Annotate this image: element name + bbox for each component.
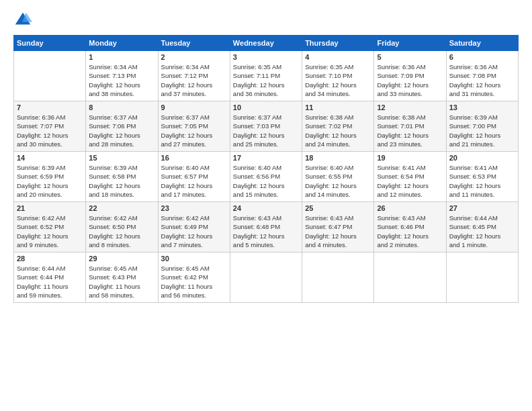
calendar-cell: 14Sunrise: 6:39 AM Sunset: 6:59 PM Dayli… xyxy=(14,152,86,202)
calendar-cell xyxy=(374,253,446,303)
calendar-cell: 8Sunrise: 6:37 AM Sunset: 7:06 PM Daylig… xyxy=(86,101,158,152)
day-number: 21 xyxy=(17,204,83,212)
calendar-cell xyxy=(230,253,302,303)
day-number: 15 xyxy=(89,154,154,162)
calendar-table: SundayMondayTuesdayWednesdayThursdayFrid… xyxy=(13,35,519,303)
day-number: 19 xyxy=(377,154,443,162)
calendar-cell: 23Sunrise: 6:42 AM Sunset: 6:49 PM Dayli… xyxy=(158,202,230,253)
calendar-cell: 11Sunrise: 6:38 AM Sunset: 7:02 PM Dayli… xyxy=(302,101,374,152)
calendar-cell: 29Sunrise: 6:45 AM Sunset: 6:43 PM Dayli… xyxy=(86,253,158,303)
day-number: 13 xyxy=(449,103,515,111)
calendar-cell: 19Sunrise: 6:41 AM Sunset: 6:54 PM Dayli… xyxy=(374,152,446,202)
day-info: Sunrise: 6:36 AM Sunset: 7:09 PM Dayligh… xyxy=(377,62,443,98)
day-info: Sunrise: 6:39 AM Sunset: 6:58 PM Dayligh… xyxy=(89,163,154,199)
calendar-cell: 27Sunrise: 6:44 AM Sunset: 6:45 PM Dayli… xyxy=(446,202,518,253)
calendar-cell: 13Sunrise: 6:39 AM Sunset: 7:00 PM Dayli… xyxy=(446,101,518,152)
day-number: 8 xyxy=(89,103,154,111)
day-info: Sunrise: 6:42 AM Sunset: 6:52 PM Dayligh… xyxy=(17,214,83,249)
header-tuesday: Tuesday xyxy=(158,36,230,51)
page: SundayMondayTuesdayWednesdayThursdayFrid… xyxy=(0,0,532,411)
calendar-cell: 10Sunrise: 6:37 AM Sunset: 7:03 PM Dayli… xyxy=(230,101,302,152)
calendar-cell xyxy=(14,51,86,101)
day-info: Sunrise: 6:34 AM Sunset: 7:12 PM Dayligh… xyxy=(161,62,227,98)
day-info: Sunrise: 6:35 AM Sunset: 7:11 PM Dayligh… xyxy=(233,62,299,98)
week-row-5: 28Sunrise: 6:44 AM Sunset: 6:44 PM Dayli… xyxy=(14,253,519,303)
calendar-cell: 9Sunrise: 6:37 AM Sunset: 7:05 PM Daylig… xyxy=(158,101,230,152)
day-number: 14 xyxy=(17,154,83,162)
day-number: 22 xyxy=(89,204,154,212)
calendar-cell: 6Sunrise: 6:36 AM Sunset: 7:08 PM Daylig… xyxy=(446,51,518,101)
day-info: Sunrise: 6:40 AM Sunset: 6:56 PM Dayligh… xyxy=(233,163,299,199)
header-thursday: Thursday xyxy=(302,36,374,51)
day-number: 1 xyxy=(89,53,154,61)
day-number: 3 xyxy=(233,53,299,61)
calendar-cell: 15Sunrise: 6:39 AM Sunset: 6:58 PM Dayli… xyxy=(86,152,158,202)
calendar-cell: 4Sunrise: 6:35 AM Sunset: 7:10 PM Daylig… xyxy=(302,51,374,101)
calendar-cell: 12Sunrise: 6:38 AM Sunset: 7:01 PM Dayli… xyxy=(374,101,446,152)
calendar-cell: 25Sunrise: 6:43 AM Sunset: 6:47 PM Dayli… xyxy=(302,202,374,253)
day-info: Sunrise: 6:34 AM Sunset: 7:13 PM Dayligh… xyxy=(89,62,154,98)
day-info: Sunrise: 6:36 AM Sunset: 7:07 PM Dayligh… xyxy=(17,113,83,148)
day-number: 10 xyxy=(233,103,299,111)
day-info: Sunrise: 6:45 AM Sunset: 6:42 PM Dayligh… xyxy=(161,264,227,300)
day-number: 25 xyxy=(305,204,371,212)
day-number: 27 xyxy=(449,204,515,212)
day-info: Sunrise: 6:36 AM Sunset: 7:08 PM Dayligh… xyxy=(449,62,515,98)
logo xyxy=(13,11,35,30)
day-number: 20 xyxy=(449,154,515,162)
calendar-header-row: SundayMondayTuesdayWednesdayThursdayFrid… xyxy=(14,36,519,51)
day-number: 17 xyxy=(233,154,299,162)
day-number: 29 xyxy=(89,255,154,263)
day-number: 26 xyxy=(377,204,443,212)
calendar-cell: 3Sunrise: 6:35 AM Sunset: 7:11 PM Daylig… xyxy=(230,51,302,101)
day-info: Sunrise: 6:43 AM Sunset: 6:46 PM Dayligh… xyxy=(377,214,443,249)
day-info: Sunrise: 6:37 AM Sunset: 7:06 PM Dayligh… xyxy=(89,113,154,148)
day-number: 12 xyxy=(377,103,443,111)
day-number: 16 xyxy=(161,154,227,162)
day-info: Sunrise: 6:38 AM Sunset: 7:01 PM Dayligh… xyxy=(377,113,443,148)
day-number: 23 xyxy=(161,204,227,212)
day-info: Sunrise: 6:40 AM Sunset: 6:57 PM Dayligh… xyxy=(161,163,227,199)
day-number: 28 xyxy=(17,255,83,263)
calendar-cell: 16Sunrise: 6:40 AM Sunset: 6:57 PM Dayli… xyxy=(158,152,230,202)
header-friday: Friday xyxy=(374,36,446,51)
day-info: Sunrise: 6:41 AM Sunset: 6:54 PM Dayligh… xyxy=(377,163,443,199)
calendar-cell: 30Sunrise: 6:45 AM Sunset: 6:42 PM Dayli… xyxy=(158,253,230,303)
day-number: 2 xyxy=(161,53,227,61)
week-row-3: 14Sunrise: 6:39 AM Sunset: 6:59 PM Dayli… xyxy=(14,152,519,202)
day-info: Sunrise: 6:41 AM Sunset: 6:53 PM Dayligh… xyxy=(449,163,515,199)
day-info: Sunrise: 6:37 AM Sunset: 7:03 PM Dayligh… xyxy=(233,113,299,148)
header-saturday: Saturday xyxy=(446,36,518,51)
calendar-cell: 20Sunrise: 6:41 AM Sunset: 6:53 PM Dayli… xyxy=(446,152,518,202)
header xyxy=(13,11,519,30)
calendar-cell: 22Sunrise: 6:42 AM Sunset: 6:50 PM Dayli… xyxy=(86,202,158,253)
day-info: Sunrise: 6:42 AM Sunset: 6:50 PM Dayligh… xyxy=(89,214,154,249)
header-wednesday: Wednesday xyxy=(230,36,302,51)
day-info: Sunrise: 6:39 AM Sunset: 6:59 PM Dayligh… xyxy=(17,163,83,199)
day-number: 6 xyxy=(449,53,515,61)
calendar-cell: 7Sunrise: 6:36 AM Sunset: 7:07 PM Daylig… xyxy=(14,101,86,152)
day-info: Sunrise: 6:43 AM Sunset: 6:47 PM Dayligh… xyxy=(305,214,371,249)
calendar-cell: 21Sunrise: 6:42 AM Sunset: 6:52 PM Dayli… xyxy=(14,202,86,253)
week-row-4: 21Sunrise: 6:42 AM Sunset: 6:52 PM Dayli… xyxy=(14,202,519,253)
calendar-cell: 1Sunrise: 6:34 AM Sunset: 7:13 PM Daylig… xyxy=(86,51,158,101)
header-monday: Monday xyxy=(86,36,158,51)
calendar-cell: 17Sunrise: 6:40 AM Sunset: 6:56 PM Dayli… xyxy=(230,152,302,202)
day-info: Sunrise: 6:38 AM Sunset: 7:02 PM Dayligh… xyxy=(305,113,371,148)
day-number: 24 xyxy=(233,204,299,212)
logo-icon xyxy=(13,11,32,30)
day-info: Sunrise: 6:35 AM Sunset: 7:10 PM Dayligh… xyxy=(305,62,371,98)
calendar-cell: 26Sunrise: 6:43 AM Sunset: 6:46 PM Dayli… xyxy=(374,202,446,253)
calendar-cell: 28Sunrise: 6:44 AM Sunset: 6:44 PM Dayli… xyxy=(14,253,86,303)
day-info: Sunrise: 6:44 AM Sunset: 6:44 PM Dayligh… xyxy=(17,264,83,300)
calendar-cell: 2Sunrise: 6:34 AM Sunset: 7:12 PM Daylig… xyxy=(158,51,230,101)
day-info: Sunrise: 6:43 AM Sunset: 6:48 PM Dayligh… xyxy=(233,214,299,249)
calendar-cell: 18Sunrise: 6:40 AM Sunset: 6:55 PM Dayli… xyxy=(302,152,374,202)
week-row-1: 1Sunrise: 6:34 AM Sunset: 7:13 PM Daylig… xyxy=(14,51,519,101)
header-sunday: Sunday xyxy=(14,36,86,51)
day-info: Sunrise: 6:42 AM Sunset: 6:49 PM Dayligh… xyxy=(161,214,227,249)
day-info: Sunrise: 6:39 AM Sunset: 7:00 PM Dayligh… xyxy=(449,113,515,148)
calendar-cell xyxy=(446,253,518,303)
day-info: Sunrise: 6:37 AM Sunset: 7:05 PM Dayligh… xyxy=(161,113,227,148)
calendar-cell: 24Sunrise: 6:43 AM Sunset: 6:48 PM Dayli… xyxy=(230,202,302,253)
